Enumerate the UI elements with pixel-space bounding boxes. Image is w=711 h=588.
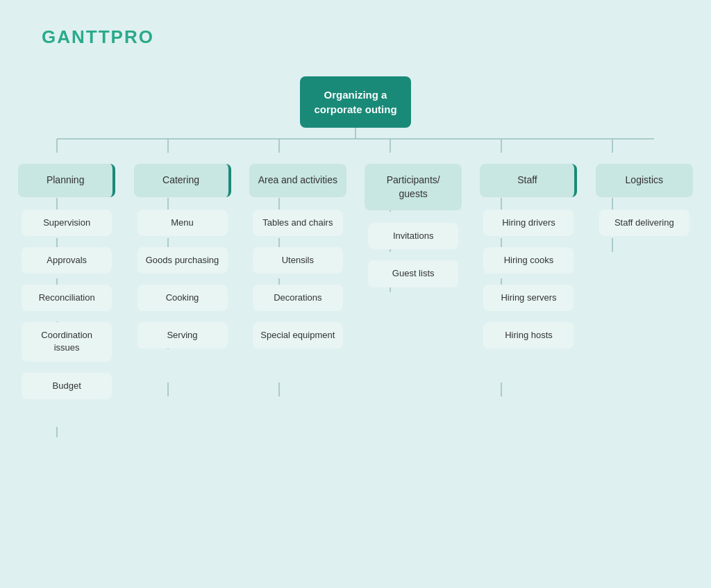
root-node: Organizing a corporate outing: [300, 76, 411, 128]
l3-hiring-servers: Hiring servers: [483, 285, 574, 311]
chart-container: Organizing a corporate outing Planning S…: [0, 76, 711, 399]
l3-decorations: Decorations: [253, 285, 343, 311]
l3-cooking: Cooking: [137, 285, 228, 311]
col-staff: Staff Hiring drivers Hiring cooks Hiring…: [476, 164, 581, 348]
col-area-activities: Area and activities Tables and chairs Ut…: [245, 164, 351, 348]
l2-participants-guests: Participants/ guests: [365, 164, 462, 210]
col-logistics: Logistics Staff delivering: [592, 164, 697, 236]
l3-supervision: Supervision: [22, 210, 112, 236]
l3-guest-lists: Guest lists: [368, 260, 458, 287]
l3-hiring-cooks: Hiring cooks: [483, 247, 574, 274]
l2-planning: Planning: [18, 164, 115, 197]
l3-utensils: Utensils: [253, 247, 343, 274]
l3-staff-delivering: Staff delivering: [599, 210, 689, 236]
l3-approvals: Approvals: [22, 247, 112, 274]
l2-logistics: Logistics: [596, 164, 693, 197]
l3-menu: Menu: [137, 210, 228, 236]
l3-reconciliation: Reconciliation: [22, 285, 112, 311]
l3-special-equipment: Special equipment: [253, 322, 343, 348]
col-participants-guests: Participants/ guests Invitations Guest l…: [360, 164, 466, 287]
l3-invitations: Invitations: [368, 223, 458, 249]
logo: GANTTPRO: [42, 26, 154, 48]
l2-staff: Staff: [480, 164, 577, 197]
l3-goods-purchasing: Goods purchasing: [137, 247, 228, 274]
l2-catering: Catering: [134, 164, 231, 197]
l3-hiring-hosts: Hiring hosts: [483, 322, 574, 348]
l3-hiring-drivers: Hiring drivers: [483, 210, 574, 236]
l3-budget: Budget: [22, 373, 112, 399]
columns-row: Planning Supervision Approvals Reconcili…: [0, 164, 711, 399]
root-row: Organizing a corporate outing: [0, 76, 711, 128]
l2-area-activities: Area and activities: [249, 164, 346, 197]
l3-coordination-issues: Coordination issues: [22, 322, 112, 361]
l3-serving: Serving: [137, 322, 228, 348]
l3-tables-chairs: Tables and chairs: [253, 210, 343, 236]
col-planning: Planning Supervision Approvals Reconcili…: [14, 164, 119, 399]
col-catering: Catering Menu Goods purchasing Cooking S…: [129, 164, 235, 348]
